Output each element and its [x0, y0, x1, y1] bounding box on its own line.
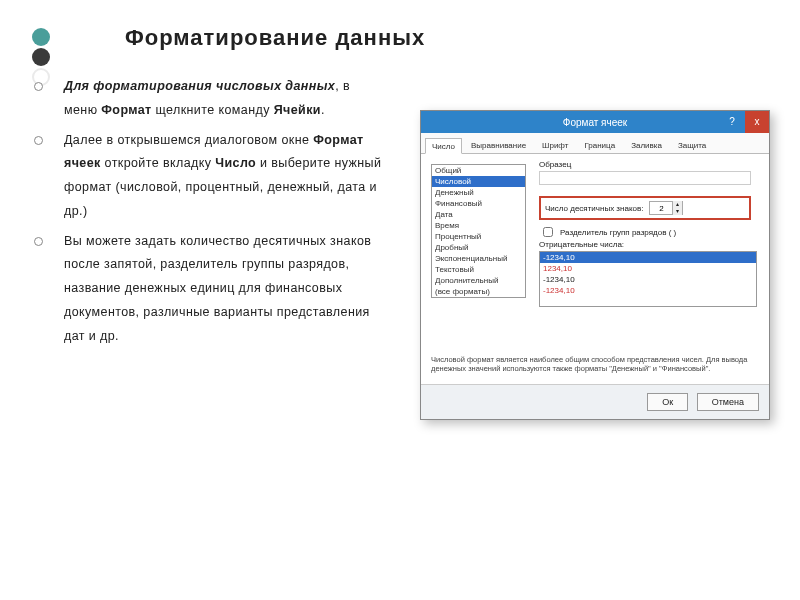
cancel-button[interactable]: Отмена: [697, 393, 759, 411]
category-list[interactable]: ОбщийЧисловойДенежныйФинансовыйДатаВремя…: [431, 164, 526, 298]
category-item[interactable]: Экспоненциальный: [432, 253, 525, 264]
help-button[interactable]: ?: [721, 111, 743, 133]
tab-1[interactable]: Выравнивание: [464, 137, 533, 153]
category-item[interactable]: Дробный: [432, 242, 525, 253]
sample-box: [539, 171, 751, 185]
text-run: Формат: [101, 103, 151, 117]
category-item[interactable]: Дополнительный: [432, 275, 525, 286]
tab-0[interactable]: Число: [425, 138, 462, 154]
format-description: Числовой формат является наиболее общим …: [431, 355, 759, 375]
category-item[interactable]: Текстовый: [432, 264, 525, 275]
negative-option[interactable]: 1234,10: [540, 263, 756, 274]
text-column: Для форматирования числовых данных, в ме…: [60, 75, 385, 354]
negatives-label: Отрицательные числа:: [539, 240, 624, 249]
bullet-item: Далее в открывшемся диалоговом окне Форм…: [60, 129, 385, 224]
text-run: откройте вкладку: [101, 156, 216, 170]
negative-option[interactable]: -1234,10: [540, 252, 756, 263]
thousands-sep-checkbox[interactable]: [543, 227, 553, 237]
tab-2[interactable]: Шрифт: [535, 137, 575, 153]
sample-label: Образец: [539, 160, 571, 169]
category-item[interactable]: Процентный: [432, 231, 525, 242]
decimals-row: Число десятичных знаков: ▴ ▾: [539, 196, 751, 220]
category-item[interactable]: Денежный: [432, 187, 525, 198]
negative-option[interactable]: -1234,10: [540, 274, 756, 285]
dialog-tabs: ЧислоВыравниваниеШрифтГраницаЗаливкаЗащи…: [421, 133, 769, 154]
dialog-body: ОбщийЧисловойДенежныйФинансовыйДатаВремя…: [421, 154, 769, 384]
page-title: Форматирование данных: [125, 25, 425, 51]
category-item[interactable]: Время: [432, 220, 525, 231]
text-run: Ячейки: [274, 103, 321, 117]
tab-5[interactable]: Защита: [671, 137, 713, 153]
thousands-sep-row[interactable]: Разделитель групп разрядов ( ): [539, 224, 676, 240]
ok-button[interactable]: Ок: [647, 393, 688, 411]
dialog-titlebar: Формат ячеек ? x: [421, 111, 769, 133]
format-cells-dialog: Формат ячеек ? x ЧислоВыравниваниеШрифтГ…: [420, 110, 770, 420]
close-button[interactable]: x: [745, 111, 769, 133]
bullet-icon: [34, 136, 43, 145]
bullet-item: Для форматирования числовых данных, в ме…: [60, 75, 385, 123]
thousands-sep-label: Разделитель групп разрядов ( ): [560, 228, 676, 237]
spin-down-icon[interactable]: ▾: [672, 208, 682, 215]
negative-option[interactable]: -1234,10: [540, 285, 756, 296]
negatives-list[interactable]: -1234,101234,10-1234,10-1234,10: [539, 251, 757, 307]
decor-dot: [32, 28, 50, 46]
category-item[interactable]: (все форматы): [432, 286, 525, 297]
decimals-spinner[interactable]: ▴ ▾: [649, 201, 683, 215]
category-item[interactable]: Финансовый: [432, 198, 525, 209]
text-run: .: [321, 103, 325, 117]
dialog-title: Формат ячеек: [563, 117, 627, 128]
text-run: щелкните команду: [152, 103, 274, 117]
category-item[interactable]: Дата: [432, 209, 525, 220]
text-run: Далее в открывшемся диалоговом окне: [64, 133, 313, 147]
bullet-icon: [34, 82, 43, 91]
tab-4[interactable]: Заливка: [624, 137, 669, 153]
text-run: Для форматирования числовых данных: [64, 79, 335, 93]
dialog-footer: Ок Отмена: [421, 384, 769, 419]
text-run: Вы можете задать количество десятичных з…: [64, 234, 371, 343]
decimals-input[interactable]: [650, 204, 672, 213]
bullet-icon: [34, 237, 43, 246]
category-item[interactable]: Числовой: [432, 176, 525, 187]
tab-3[interactable]: Граница: [577, 137, 622, 153]
bullet-item: Вы можете задать количество десятичных з…: [60, 230, 385, 349]
category-item[interactable]: Общий: [432, 165, 525, 176]
spin-up-icon[interactable]: ▴: [672, 201, 682, 208]
decor-dots: [32, 28, 50, 88]
decimals-label: Число десятичных знаков:: [545, 204, 643, 213]
decor-dot: [32, 48, 50, 66]
text-run: Число: [215, 156, 256, 170]
